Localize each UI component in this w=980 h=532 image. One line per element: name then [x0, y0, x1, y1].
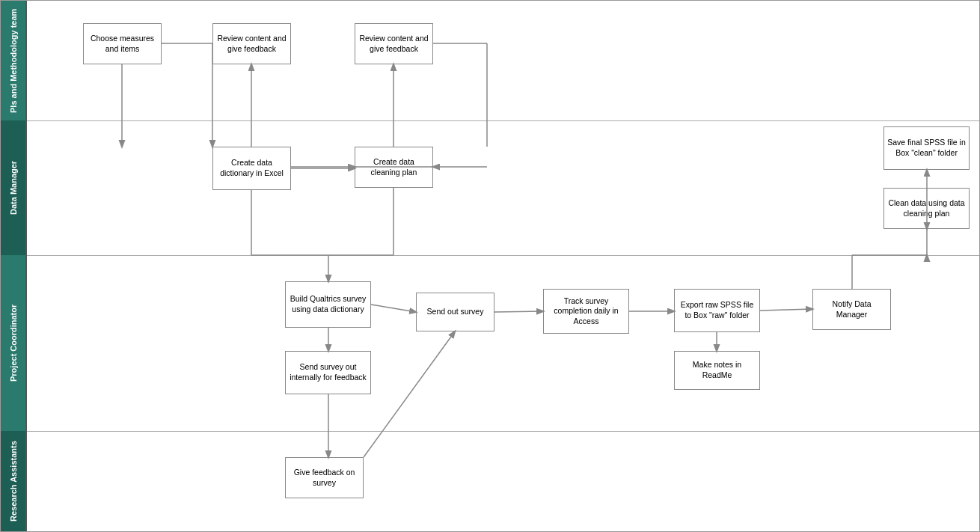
arrows-svg	[27, 1, 979, 531]
box-clean-data: Clean data using data cleaning plan	[883, 188, 970, 229]
box-export-spss: Export raw SPSS file to Box "raw" folder	[674, 289, 760, 332]
box-give-feedback: Give feedback on survey	[285, 457, 364, 498]
svg-line-18	[760, 309, 812, 311]
lane-label-pc: Project Coordinator	[1, 255, 25, 431]
box-send-survey: Send out survey	[416, 293, 494, 331]
svg-line-15	[494, 311, 543, 312]
box-choose-measures: Choose measures and items	[83, 23, 162, 64]
box-review-feedback-2: Review content and give feedback	[355, 23, 433, 64]
diagram-container: PIs and Methodology team Data Manager Pr…	[0, 0, 980, 532]
lane-label-pis: PIs and Methodology team	[1, 1, 25, 120]
lane-label-dm: Data Manager	[1, 120, 25, 255]
box-data-dictionary: Create data dictionary in Excel	[212, 147, 291, 190]
box-save-spss: Save final SPSS file in Box "clean" fold…	[883, 126, 970, 170]
box-notify-dm: Notify Data Manager	[812, 289, 891, 330]
lane-labels: PIs and Methodology team Data Manager Pr…	[1, 1, 27, 531]
box-review-feedback-1: Review content and give feedback	[212, 23, 291, 64]
svg-line-11	[371, 305, 416, 312]
box-cleaning-plan: Create data cleaning plan	[355, 147, 433, 188]
box-readme: Make notes in ReadMe	[674, 351, 760, 390]
svg-line-14	[364, 331, 455, 457]
lane-label-ra: Research Assistants	[1, 431, 25, 531]
box-send-internally: Send survey out internally for feedback	[285, 351, 371, 394]
box-track-survey: Track survey completion daily in Access	[543, 289, 629, 334]
lanes-wrapper: Choose measures and items Review content…	[27, 1, 979, 531]
box-build-qualtrics: Build Qualtrics survey using data dictio…	[285, 281, 371, 328]
